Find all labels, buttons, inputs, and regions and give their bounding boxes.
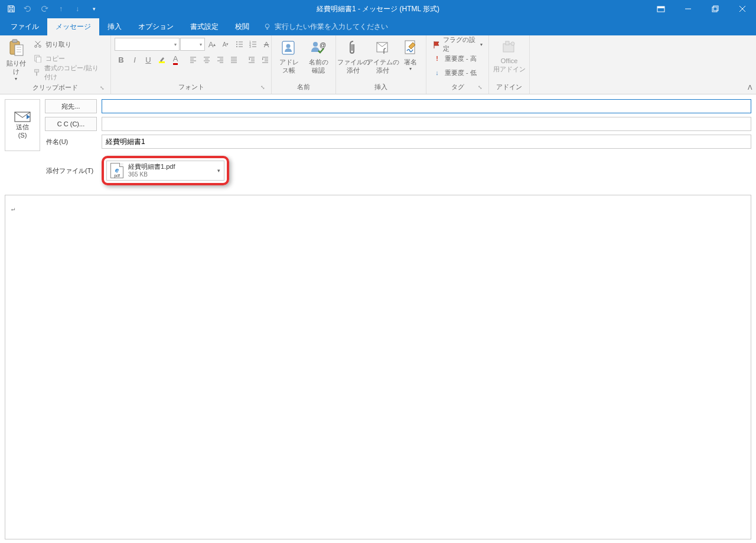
group-clipboard-label: クリップボード <box>32 84 78 91</box>
grow-font-icon[interactable]: A▴ <box>206 38 219 51</box>
minimize-icon[interactable] <box>674 0 702 18</box>
svg-point-15 <box>39 45 41 48</box>
svg-text:3: 3 <box>249 45 251 48</box>
send-label: 送信 (S) <box>16 123 29 140</box>
painter-label: 書式のコピー/貼り付け <box>44 64 105 81</box>
font-family-select[interactable]: ▾ <box>115 38 180 51</box>
group-names-label: 名前 <box>297 83 310 90</box>
font-size-select[interactable]: ▾ <box>180 38 205 51</box>
office-addins-button[interactable]: Office 用アドイン <box>493 38 526 75</box>
qat-customize-icon[interactable]: ▾ <box>86 2 102 16</box>
font-color-icon[interactable]: A <box>169 53 182 66</box>
group-include: ファイルの 添付 アイテムの 添付 署名 ▾ 挿入 <box>336 35 426 94</box>
tab-format[interactable]: 書式設定 <box>182 18 227 35</box>
undo-icon[interactable] <box>20 2 35 16</box>
svg-rect-34 <box>159 61 165 63</box>
quick-access-toolbar: ↑ ↓ ▾ <box>0 2 102 16</box>
addressbook-button[interactable]: アドレス帳 <box>275 38 302 76</box>
prev-icon[interactable]: ↑ <box>53 2 69 16</box>
attach-file-button[interactable]: ファイルの 添付 <box>340 38 367 76</box>
checknames-button[interactable]: @ 名前の 確認 <box>305 38 332 76</box>
outdent-icon[interactable] <box>245 53 258 66</box>
cc-input[interactable] <box>102 117 751 131</box>
high-importance-button[interactable]: !重要度 - 高 <box>430 52 485 65</box>
collapse-ribbon-icon[interactable]: ᐱ <box>748 84 752 91</box>
group-tags-label: タグ <box>451 83 464 90</box>
file-ext: pdf <box>114 174 120 178</box>
indent-icon[interactable] <box>259 53 272 66</box>
italic-icon[interactable]: I <box>128 53 141 66</box>
cc-button[interactable]: C C (C)... <box>45 117 97 131</box>
clear-format-icon[interactable]: A <box>260 38 273 51</box>
paste-button[interactable]: 貼り付け ▾ <box>4 38 28 83</box>
cut-button[interactable]: 切り取り <box>31 38 107 51</box>
low-importance-button[interactable]: ↓重要度 - 低 <box>430 66 485 79</box>
pdf-file-icon: e pdf <box>110 163 123 178</box>
close-icon[interactable] <box>729 0 756 18</box>
align-left-icon[interactable] <box>187 53 200 66</box>
followup-button[interactable]: フラグの設定▾ <box>430 38 485 51</box>
svg-point-24 <box>236 44 237 45</box>
attachment-name: 経費明細書1.pdf <box>128 163 175 171</box>
attachment-chip[interactable]: e pdf 経費明細書1.pdf 365 KB ▾ <box>106 161 224 181</box>
tab-insert[interactable]: 挿入 <box>99 18 130 35</box>
align-center-icon[interactable] <box>200 53 213 66</box>
tab-review[interactable]: 校閲 <box>227 18 258 35</box>
svg-line-16 <box>36 41 40 45</box>
justify-icon[interactable] <box>227 53 240 66</box>
bullets-icon[interactable] <box>233 38 246 51</box>
tab-file[interactable]: ファイル <box>2 18 47 35</box>
tell-me[interactable]: 実行したい作業を入力してください <box>258 18 394 35</box>
chevron-down-icon: ▾ <box>409 66 412 72</box>
save-icon[interactable] <box>4 2 19 16</box>
copy-button[interactable]: コピー <box>31 52 107 65</box>
dialog-launcher-icon[interactable]: ⤡ <box>477 84 484 91</box>
align-right-icon[interactable] <box>214 53 227 66</box>
svg-rect-4 <box>713 6 718 11</box>
attachment-highlight: e pdf 経費明細書1.pdf 365 KB ▾ <box>102 156 229 185</box>
to-input[interactable] <box>102 99 751 113</box>
group-clipboard: 貼り付け ▾ 切り取り コピー 書式のコピー/貼り付け クリップボード⤡ <box>0 35 111 94</box>
highlight-icon[interactable] <box>155 53 168 66</box>
followup-label: フラグの設定 <box>443 35 476 53</box>
svg-rect-1 <box>657 6 664 8</box>
svg-text:@: @ <box>320 41 326 48</box>
compose-header: 送信 (S) 宛先... C C (C)... 件名(U) 添付ファイル(T) … <box>0 94 756 190</box>
dialog-launcher-icon[interactable]: ⤡ <box>259 84 266 91</box>
group-font-label: フォント <box>178 83 204 90</box>
to-button[interactable]: 宛先... <box>45 99 97 113</box>
svg-point-60 <box>286 44 291 48</box>
copy-icon <box>33 54 43 63</box>
attach-item-button[interactable]: アイテムの 添付 <box>369 38 396 76</box>
shrink-font-icon[interactable]: A▾ <box>219 38 232 51</box>
scissors-icon <box>33 40 43 49</box>
bold-icon[interactable]: B <box>115 53 128 66</box>
tell-me-text: 実行したい作業を入力してください <box>275 22 388 32</box>
tab-options[interactable]: オプション <box>130 18 182 35</box>
message-body[interactable]: ↵ <box>5 195 751 539</box>
underline-icon[interactable]: U <box>142 53 155 66</box>
send-button[interactable]: 送信 (S) <box>5 99 40 151</box>
format-painter-button[interactable]: 書式のコピー/貼り付け <box>31 66 107 79</box>
next-icon[interactable]: ↓ <box>70 2 85 16</box>
subject-input[interactable] <box>102 135 751 149</box>
svg-point-67 <box>511 42 514 45</box>
paintbrush-icon <box>33 68 41 77</box>
svg-rect-19 <box>36 57 41 63</box>
tab-message[interactable]: メッセージ <box>47 18 99 35</box>
chevron-down-icon[interactable]: ▾ <box>217 168 220 174</box>
maximize-icon[interactable] <box>702 0 729 18</box>
svg-rect-66 <box>506 41 509 45</box>
numbering-icon[interactable]: 123 <box>246 38 259 51</box>
cut-label: 切り取り <box>45 40 71 49</box>
group-tags: フラグの設定▾ !重要度 - 高 ↓重要度 - 低 タグ⤡ <box>426 35 489 94</box>
paragraph-mark: ↵ <box>11 205 15 212</box>
ribbon-display-icon[interactable] <box>647 0 674 18</box>
redo-icon[interactable] <box>37 2 52 16</box>
svg-line-17 <box>35 41 40 45</box>
low-label: 重要度 - 低 <box>445 68 477 77</box>
signature-button[interactable]: 署名 ▾ <box>399 38 422 74</box>
dialog-launcher-icon[interactable]: ⤡ <box>99 85 106 92</box>
high-icon: ! <box>432 54 442 63</box>
svg-rect-3 <box>712 7 717 12</box>
